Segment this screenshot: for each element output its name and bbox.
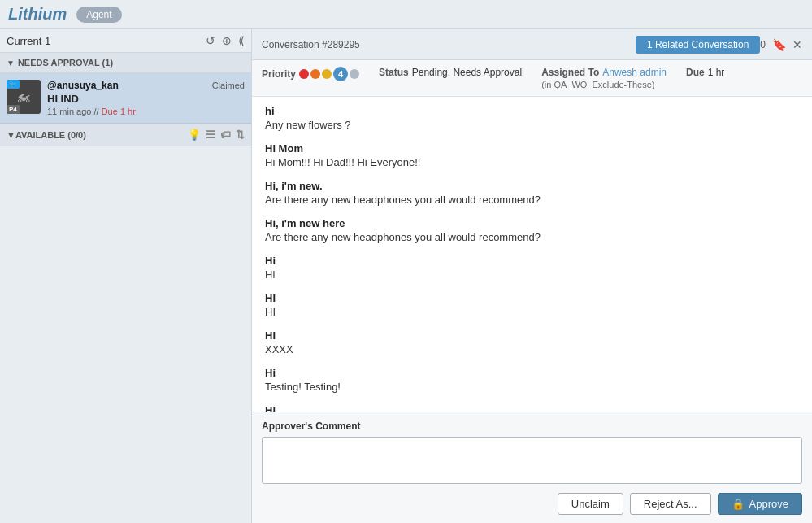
section-arrow: ▼ xyxy=(7,59,15,68)
available-section: ▼ AVAILABLE (0/0) 💡 ☰ 🏷 ⇅ xyxy=(0,124,251,146)
needs-approval-header: ▼ NEEDS APPROVAL (1) xyxy=(0,53,251,73)
agent-button[interactable]: Agent xyxy=(76,7,121,23)
close-icon[interactable]: ✕ xyxy=(792,38,802,51)
message-block: Hi MomHi Mom!!! Hi Dad!!! Hi Everyone!! xyxy=(265,142,799,168)
content-topbar: Conversation #289295 1 Related Conversat… xyxy=(252,29,812,60)
sort-icon[interactable]: ⇅ xyxy=(236,129,245,141)
top-bar: Lithium Agent xyxy=(0,0,812,29)
action-buttons: Unclaim Reject As... 🔒 Approve xyxy=(262,493,802,515)
message-title: Hi Mom xyxy=(265,142,799,155)
sidebar-header: Current 1 ↺ ⊕ ⟪ xyxy=(0,29,251,53)
message-title: Hi, i'm new here xyxy=(265,217,799,229)
message-body: Any new flowers ? xyxy=(265,119,799,131)
due-value: 1 hr xyxy=(708,67,725,78)
message-title: HI xyxy=(265,292,799,304)
available-arrow: ▼ xyxy=(7,130,15,140)
bookmark-icon[interactable]: 🔖 xyxy=(772,38,786,51)
unclaim-button[interactable]: Unclaim xyxy=(558,493,623,515)
info-bar: Priority 4 Status Pending, Needs Approva… xyxy=(252,60,812,97)
message-body: Are there any new headphones you all wou… xyxy=(265,194,799,206)
message-title: Hi xyxy=(265,404,799,412)
content-area: Conversation #289295 1 Related Conversat… xyxy=(252,29,812,523)
due-item: Due 1 hr xyxy=(686,67,724,78)
status-value: Pending, Needs Approval xyxy=(412,67,522,78)
approve-button[interactable]: 🔒 Approve xyxy=(718,493,802,515)
conversation-item[interactable]: 🏍 🐦 P4 @anusuya_kan Claimed HI IND 11 mi… xyxy=(0,73,251,124)
message-block: Hi xyxy=(265,404,799,412)
conversation-number: Conversation #289295 xyxy=(262,39,636,50)
message-block: hiAny new flowers ? xyxy=(265,105,799,131)
message-body: Hi xyxy=(265,268,799,281)
collapse-icon[interactable]: ⟪ xyxy=(238,34,245,47)
assigned-block: Assigned To Anwesh admin (in QA_WQ_Exclu… xyxy=(541,67,681,89)
priority-item: Priority 4 xyxy=(262,67,359,81)
priority-label: Priority xyxy=(262,68,296,80)
priority-number: 4 xyxy=(333,67,348,81)
available-header: ▼ AVAILABLE (0/0) 💡 ☰ 🏷 ⇅ xyxy=(0,124,251,146)
conv-time: 11 min ago xyxy=(47,107,91,116)
p4-badge: P4 xyxy=(7,105,20,114)
message-body: Are there any new headphones you all wou… xyxy=(265,231,799,243)
priority-dots: 4 xyxy=(299,67,359,81)
assigned-value: Anwesh admin xyxy=(602,67,667,78)
message-title: HI xyxy=(265,329,799,342)
conv-claimed: Claimed xyxy=(212,81,245,90)
message-block: HIHI xyxy=(265,292,799,318)
topbar-right: 0 🔖 ✕ xyxy=(760,38,802,51)
sidebar: Current 1 ↺ ⊕ ⟪ ▼ NEEDS APPROVAL (1) 🏍 🐦… xyxy=(0,29,252,523)
message-body: Hi Mom!!! Hi Dad!!! Hi Everyone!! xyxy=(265,156,799,168)
priority-dot-3 xyxy=(322,69,332,79)
sidebar-header-icons: ↺ ⊕ ⟪ xyxy=(206,34,245,47)
related-conversation-button[interactable]: 1 Related Conversation xyxy=(636,36,760,54)
add-icon[interactable]: ⊕ xyxy=(222,34,232,47)
twitter-badge: 🐦 xyxy=(7,80,20,89)
main-layout: Current 1 ↺ ⊕ ⟪ ▼ NEEDS APPROVAL (1) 🏍 🐦… xyxy=(0,29,812,523)
message-title: Hi xyxy=(265,255,799,267)
bottom-area: Approver's Comment Unclaim Reject As... … xyxy=(252,412,812,523)
available-icons: 💡 ☰ 🏷 ⇅ xyxy=(188,129,245,141)
conv-info: @anusuya_kan Claimed HI IND 11 min ago /… xyxy=(47,80,245,116)
message-block: Hi, i'm new.Are there any new headphones… xyxy=(265,180,799,206)
assigned-item: Assigned To Anwesh admin xyxy=(541,67,667,78)
message-block: HiTesting! Testing! xyxy=(265,367,799,393)
priority-dot-2 xyxy=(310,69,320,79)
message-title: hi xyxy=(265,105,799,117)
messages-area: hiAny new flowers ?Hi MomHi Mom!!! Hi Da… xyxy=(252,97,812,412)
lock-icon: 🔒 xyxy=(732,498,745,510)
priority-dot-5 xyxy=(350,69,359,79)
message-body: Testing! Testing! xyxy=(265,381,799,393)
approve-label: Approve xyxy=(749,498,788,510)
approver-comment-label: Approver's Comment xyxy=(262,421,802,432)
needs-approval-label: NEEDS APPROVAL (1) xyxy=(18,58,113,68)
bulb-icon[interactable]: 💡 xyxy=(188,129,201,141)
conv-top: @anusuya_kan Claimed xyxy=(47,80,245,91)
status-item: Status Pending, Needs Approval xyxy=(379,67,522,78)
due-label: Due xyxy=(686,67,705,78)
reject-button[interactable]: Reject As... xyxy=(630,493,711,515)
refresh-icon[interactable]: ↺ xyxy=(206,34,215,47)
message-block: HIXXXX xyxy=(265,329,799,355)
message-block: HiHi xyxy=(265,255,799,281)
conv-username: @anusuya_kan xyxy=(47,80,119,91)
priority-dot-1 xyxy=(299,69,309,79)
list-icon[interactable]: ☰ xyxy=(206,129,215,141)
status-label: Status xyxy=(379,67,409,78)
message-body: HI xyxy=(265,306,799,318)
message-block: Hi, i'm new hereAre there any new headph… xyxy=(265,217,799,243)
message-title: Hi, i'm new. xyxy=(265,180,799,192)
sidebar-current-label: Current 1 xyxy=(7,35,206,47)
logo: Lithium xyxy=(8,5,67,24)
conv-due: Due 1 hr xyxy=(102,107,136,116)
message-body: XXXX xyxy=(265,343,799,355)
topbar-count: 0 xyxy=(760,39,766,50)
tag-icon[interactable]: 🏷 xyxy=(220,129,231,141)
conv-meta: 11 min ago // Due 1 hr xyxy=(47,107,245,116)
avatar: 🏍 🐦 P4 xyxy=(7,80,41,114)
assigned-label: Assigned To xyxy=(541,67,599,78)
message-title: Hi xyxy=(265,367,799,379)
available-label: AVAILABLE (0/0) xyxy=(15,130,86,140)
conv-subject: HI IND xyxy=(47,93,245,105)
assigned-sub: (in QA_WQ_Exclude-These) xyxy=(541,80,681,89)
approver-textarea[interactable] xyxy=(262,437,802,484)
